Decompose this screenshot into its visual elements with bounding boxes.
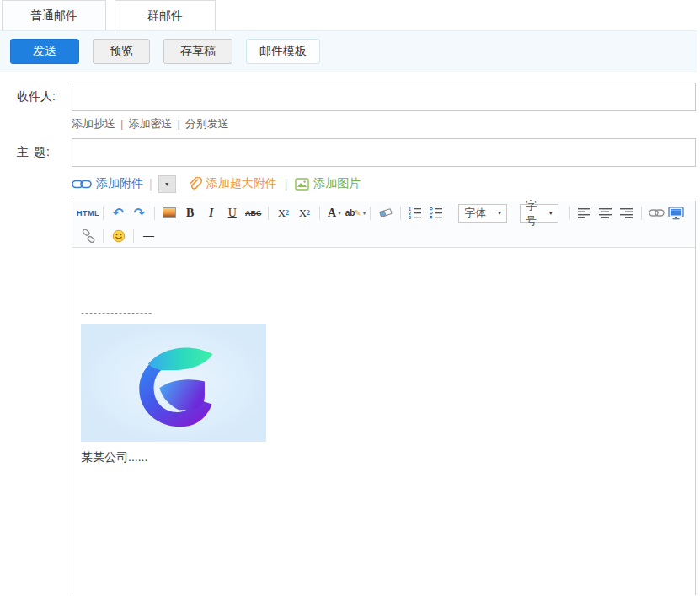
preview-button[interactable]: 预览	[93, 39, 150, 64]
editor-toolbar-row-1: HTML ↶ ↷ B I U ABC X2 X2 A▾ ab✎▾ 123 字体▾…	[72, 201, 695, 224]
chevron-down-icon: ▾	[549, 209, 553, 217]
recipient-input[interactable]	[72, 83, 696, 111]
chevron-down-icon: ▾	[498, 209, 501, 217]
underline-button[interactable]: U	[223, 204, 241, 223]
company-logo-icon	[126, 335, 222, 432]
font-color-button[interactable]: A▾	[325, 204, 343, 223]
recipient-row: 收件人:	[0, 83, 700, 111]
unlink-button[interactable]	[79, 227, 97, 245]
align-right-icon	[620, 207, 633, 218]
editor-content-area[interactable]: ----------------- 某某公司	[72, 248, 695, 595]
superscript-button[interactable]: X2	[275, 204, 292, 223]
bullet-list-icon	[430, 207, 443, 219]
ordered-list-button[interactable]: 123	[407, 204, 425, 223]
send-button[interactable]: 发送	[10, 39, 79, 64]
divider	[319, 207, 320, 220]
smiley-icon	[112, 229, 126, 243]
inserted-logo-image[interactable]	[81, 324, 266, 442]
send-separately-link[interactable]: 分别发送	[185, 117, 229, 130]
separator: |	[285, 177, 288, 191]
divider	[268, 207, 269, 220]
divider	[641, 207, 642, 220]
divider	[154, 207, 155, 220]
insert-link-button[interactable]	[648, 204, 665, 223]
italic-button[interactable]: I	[202, 204, 220, 223]
signature-text: 某某公司......	[81, 450, 687, 465]
svg-text:3: 3	[409, 215, 411, 219]
attachment-dropdown-button[interactable]: ▾	[158, 175, 176, 193]
editor-toolbar-row-2: —	[72, 224, 695, 247]
compose-tabs: 普通邮件 群邮件	[0, 0, 700, 30]
strikethrough-button[interactable]: ABC	[244, 204, 262, 223]
add-attachment-link[interactable]: 添加附件	[96, 176, 143, 191]
separator: |	[120, 117, 123, 130]
divider	[133, 229, 134, 243]
divider	[452, 207, 452, 220]
align-right-button[interactable]	[617, 204, 635, 223]
rich-text-editor: HTML ↶ ↷ B I U ABC X2 X2 A▾ ab✎▾ 123 字体▾…	[72, 201, 696, 595]
eraser-icon	[379, 207, 393, 218]
subscript-button[interactable]: X2	[296, 204, 313, 223]
add-large-attachment-link[interactable]: 添加超大附件	[206, 176, 277, 191]
align-center-button[interactable]	[596, 204, 614, 223]
editor-toolbar: HTML ↶ ↷ B I U ABC X2 X2 A▾ ab✎▾ 123 字体▾…	[72, 201, 695, 248]
emoji-button[interactable]	[110, 227, 127, 245]
chevron-down-icon: ▾	[363, 210, 366, 217]
divider	[370, 207, 371, 220]
insert-image-button[interactable]	[160, 204, 178, 223]
tab-group-mail[interactable]: 群邮件	[115, 0, 216, 30]
action-toolbar: 发送 预览 存草稿 邮件模板	[0, 30, 697, 72]
remove-format-button[interactable]	[377, 204, 394, 223]
undo-button[interactable]: ↶	[110, 204, 127, 223]
divider	[569, 207, 570, 220]
add-image-link[interactable]: 添加图片	[313, 176, 361, 191]
chain-icon	[72, 179, 92, 190]
signature-divider: -----------------	[81, 307, 687, 319]
subject-row: 主 题:	[0, 138, 700, 167]
mail-template-button[interactable]: 邮件模板	[246, 39, 320, 64]
bullet-list-button[interactable]	[428, 204, 446, 223]
divider	[103, 207, 104, 220]
cc-links-row: 添加抄送|添加密送|分别发送	[72, 116, 700, 130]
ordered-list-icon: 123	[409, 207, 422, 219]
picture-icon	[295, 178, 309, 191]
fullscreen-button[interactable]	[667, 204, 685, 223]
separator: |	[177, 117, 179, 130]
unlink-icon	[82, 229, 95, 243]
save-draft-button[interactable]: 存草稿	[163, 39, 232, 64]
add-cc-link[interactable]: 添加抄送	[72, 117, 115, 130]
image-icon	[163, 207, 176, 218]
divider	[103, 229, 104, 243]
recipient-label: 收件人:	[0, 89, 72, 105]
horizontal-rule-button[interactable]: —	[140, 227, 158, 245]
highlight-color-button[interactable]: ab✎▾	[346, 204, 364, 223]
chevron-down-icon: ▾	[338, 210, 341, 217]
redo-button[interactable]: ↷	[131, 204, 148, 223]
subject-label: 主 题:	[0, 145, 72, 160]
separator: |	[149, 177, 152, 191]
tab-normal-mail[interactable]: 普通邮件	[2, 0, 106, 30]
align-left-button[interactable]	[575, 204, 593, 223]
subject-input[interactable]	[72, 138, 696, 167]
align-center-icon	[599, 207, 612, 218]
monitor-icon	[668, 207, 684, 220]
attachment-row: 添加附件 | ▾ 添加超大附件 | 添加图片	[72, 175, 700, 193]
paperclip-icon	[188, 177, 202, 191]
bold-button[interactable]: B	[181, 204, 199, 223]
font-size-select[interactable]: 字号▾	[520, 204, 558, 223]
divider	[400, 207, 401, 220]
html-source-button[interactable]: HTML	[79, 204, 97, 223]
align-left-icon	[578, 207, 590, 218]
pencil-icon: ✎	[354, 208, 361, 217]
link-icon	[649, 208, 665, 217]
font-family-select[interactable]: 字体▾	[458, 204, 507, 223]
add-bcc-link[interactable]: 添加密送	[128, 117, 172, 130]
